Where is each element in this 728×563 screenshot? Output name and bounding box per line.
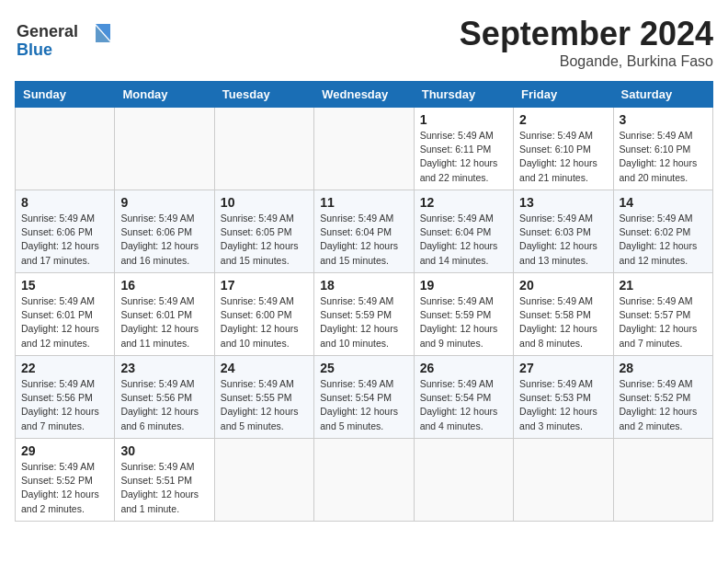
table-row: 9Sunrise: 5:49 AMSunset: 6:06 PMDaylight… [115,190,214,273]
day-info: Sunrise: 5:49 AMSunset: 6:10 PMDaylight:… [620,130,698,183]
calendar-table: Sunday Monday Tuesday Wednesday Thursday… [15,81,713,522]
table-row: 14Sunrise: 5:49 AMSunset: 6:02 PMDayligh… [613,190,712,273]
day-info: Sunrise: 5:49 AMSunset: 6:10 PMDaylight:… [519,130,597,183]
table-row: 13Sunrise: 5:49 AMSunset: 6:03 PMDayligh… [514,190,613,273]
day-number: 27 [519,361,607,375]
table-row: 20Sunrise: 5:49 AMSunset: 5:58 PMDayligh… [514,273,613,356]
day-info: Sunrise: 5:49 AMSunset: 5:52 PMDaylight:… [21,461,99,514]
table-row [115,108,214,190]
table-row [214,439,313,522]
day-number: 29 [21,443,108,458]
calendar-week-4: 22Sunrise: 5:49 AMSunset: 5:56 PMDayligh… [16,356,713,439]
col-sunday: Sunday [16,82,115,108]
day-number: 23 [120,361,208,375]
page-header: General Blue September 2024 Bogande, Bur… [15,15,713,70]
day-info: Sunrise: 5:49 AMSunset: 5:59 PMDaylight:… [420,295,498,349]
day-info: Sunrise: 5:49 AMSunset: 6:06 PMDaylight:… [120,213,199,266]
col-tuesday: Tuesday [214,82,313,108]
table-row: 29Sunrise: 5:49 AMSunset: 5:52 PMDayligh… [16,439,115,522]
calendar-week-1: 1Sunrise: 5:49 AMSunset: 6:11 PMDaylight… [16,108,713,190]
day-info: Sunrise: 5:49 AMSunset: 6:11 PMDaylight:… [420,130,498,183]
day-info: Sunrise: 5:49 AMSunset: 6:04 PMDaylight:… [420,213,498,266]
logo: General Blue [15,15,125,63]
day-info: Sunrise: 5:49 AMSunset: 5:59 PMDaylight:… [320,295,398,349]
day-number: 12 [420,195,507,210]
day-number: 15 [21,278,108,293]
table-row [314,439,414,522]
table-row [414,439,513,522]
table-row: 30Sunrise: 5:49 AMSunset: 5:51 PMDayligh… [115,439,214,522]
day-info: Sunrise: 5:49 AMSunset: 5:53 PMDaylight:… [519,378,597,431]
day-number: 28 [620,361,707,375]
table-row [214,108,313,190]
day-info: Sunrise: 5:49 AMSunset: 6:02 PMDaylight:… [620,213,698,266]
col-saturday: Saturday [613,82,712,108]
logo-svg: General Blue [15,15,125,63]
calendar-header-row: Sunday Monday Tuesday Wednesday Thursday… [16,82,713,108]
svg-text:General: General [17,22,78,40]
day-number: 30 [120,443,208,458]
day-number: 1 [420,112,507,127]
day-number: 18 [320,278,407,293]
day-number: 25 [320,361,407,375]
table-row: 16Sunrise: 5:49 AMSunset: 6:01 PMDayligh… [115,273,214,356]
table-row: 17Sunrise: 5:49 AMSunset: 6:00 PMDayligh… [214,273,313,356]
day-info: Sunrise: 5:49 AMSunset: 6:05 PMDaylight:… [221,213,299,266]
day-info: Sunrise: 5:49 AMSunset: 5:57 PMDaylight:… [620,295,698,349]
day-number: 14 [620,195,707,210]
col-monday: Monday [115,82,214,108]
table-row: 25Sunrise: 5:49 AMSunset: 5:54 PMDayligh… [314,356,414,439]
col-friday: Friday [514,82,613,108]
day-info: Sunrise: 5:49 AMSunset: 5:56 PMDaylight:… [120,378,199,431]
table-row: 18Sunrise: 5:49 AMSunset: 5:59 PMDayligh… [314,273,414,356]
table-row: 15Sunrise: 5:49 AMSunset: 6:01 PMDayligh… [16,273,115,356]
col-wednesday: Wednesday [314,82,414,108]
day-number: 13 [519,195,607,210]
table-row: 21Sunrise: 5:49 AMSunset: 5:57 PMDayligh… [613,273,712,356]
calendar-week-2: 8Sunrise: 5:49 AMSunset: 6:06 PMDaylight… [16,190,713,273]
day-number: 3 [620,112,707,127]
day-info: Sunrise: 5:49 AMSunset: 6:04 PMDaylight:… [320,213,398,266]
day-info: Sunrise: 5:49 AMSunset: 5:54 PMDaylight:… [420,378,498,431]
title-block: September 2024 Bogande, Burkina Faso [460,15,713,70]
calendar-week-3: 15Sunrise: 5:49 AMSunset: 6:01 PMDayligh… [16,273,713,356]
location: Bogande, Burkina Faso [460,53,713,70]
table-row [514,439,613,522]
day-info: Sunrise: 5:49 AMSunset: 5:58 PMDaylight:… [519,295,597,349]
table-row: 3Sunrise: 5:49 AMSunset: 6:10 PMDaylight… [613,108,712,190]
day-number: 11 [320,195,407,210]
day-info: Sunrise: 5:49 AMSunset: 6:03 PMDaylight:… [519,213,597,266]
day-number: 16 [120,278,208,293]
day-info: Sunrise: 5:49 AMSunset: 6:00 PMDaylight:… [221,295,299,349]
table-row: 8Sunrise: 5:49 AMSunset: 6:06 PMDaylight… [16,190,115,273]
svg-text:Blue: Blue [17,40,52,59]
day-info: Sunrise: 5:49 AMSunset: 5:51 PMDaylight:… [120,461,199,514]
table-row: 27Sunrise: 5:49 AMSunset: 5:53 PMDayligh… [514,356,613,439]
day-number: 9 [120,195,208,210]
table-row: 19Sunrise: 5:49 AMSunset: 5:59 PMDayligh… [414,273,513,356]
day-info: Sunrise: 5:49 AMSunset: 5:56 PMDaylight:… [21,378,99,431]
table-row [16,108,115,190]
day-number: 22 [21,361,108,375]
day-number: 2 [519,112,607,127]
day-number: 8 [21,195,108,210]
month-title: September 2024 [460,15,713,53]
table-row: 2Sunrise: 5:49 AMSunset: 6:10 PMDaylight… [514,108,613,190]
day-number: 20 [519,278,607,293]
day-number: 24 [221,361,308,375]
table-row: 12Sunrise: 5:49 AMSunset: 6:04 PMDayligh… [414,190,513,273]
table-row: 11Sunrise: 5:49 AMSunset: 6:04 PMDayligh… [314,190,414,273]
day-number: 19 [420,278,507,293]
table-row [613,439,712,522]
day-number: 26 [420,361,507,375]
day-info: Sunrise: 5:49 AMSunset: 6:01 PMDaylight:… [21,295,99,349]
table-row: 10Sunrise: 5:49 AMSunset: 6:05 PMDayligh… [214,190,313,273]
calendar-week-5: 29Sunrise: 5:49 AMSunset: 5:52 PMDayligh… [16,439,713,522]
day-info: Sunrise: 5:49 AMSunset: 6:06 PMDaylight:… [21,213,99,266]
col-thursday: Thursday [414,82,513,108]
table-row: 26Sunrise: 5:49 AMSunset: 5:54 PMDayligh… [414,356,513,439]
day-number: 21 [620,278,707,293]
day-info: Sunrise: 5:49 AMSunset: 5:52 PMDaylight:… [620,378,698,431]
day-number: 17 [221,278,308,293]
table-row [314,108,414,190]
